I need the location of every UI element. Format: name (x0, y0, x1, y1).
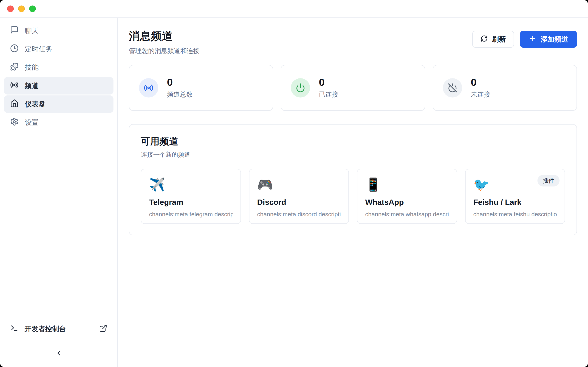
external-link-icon[interactable] (99, 324, 107, 334)
add-channel-button[interactable]: 添加频道 (520, 31, 577, 48)
channel-name: Feishu / Lark (473, 198, 557, 207)
add-channel-button-label: 添加频道 (541, 35, 568, 44)
sidebar-item-skills[interactable]: 技能 (4, 59, 113, 76)
channel-card-telegram[interactable]: ✈️ Telegram channels:meta.telegram.descr… (141, 169, 241, 224)
developer-console-label: 开发者控制台 (25, 324, 93, 334)
collapse-sidebar-button[interactable] (52, 347, 65, 360)
sidebar-item-label: 技能 (25, 63, 39, 72)
sidebar-item-chat[interactable]: 聊天 (4, 22, 113, 40)
sidebar-item-label: 定时任务 (25, 44, 52, 54)
channel-name: Discord (257, 198, 341, 207)
sidebar-item-scheduled-tasks[interactable]: 定时任务 (4, 40, 113, 58)
gear-icon (10, 117, 19, 127)
section-title: 可用频道 (141, 135, 565, 148)
stat-text: 0 频道总数 (167, 77, 193, 99)
stat-card-connected: 0 已连接 (281, 65, 425, 111)
power-off-icon (443, 78, 462, 98)
sidebar-item-label: 聊天 (25, 26, 39, 35)
stat-label: 未连接 (471, 90, 490, 99)
stat-value: 0 (167, 77, 193, 87)
page-header: 消息频道 管理您的消息频道和连接 刷新 添加频道 (129, 29, 577, 55)
available-channels-section: 可用频道 连接一个新的频道 ✈️ Telegram channels:meta.… (129, 124, 577, 235)
close-button[interactable] (7, 6, 14, 12)
section-subtitle: 连接一个新的频道 (141, 150, 565, 159)
broadcast-icon (10, 81, 19, 91)
puzzle-icon (10, 62, 19, 73)
terminal-icon (10, 324, 18, 334)
channel-description: channels:meta.feishu.description (473, 211, 557, 218)
app-body: 聊天 定时任务 技能 频道 (0, 18, 588, 367)
stat-text: 0 已连接 (319, 77, 338, 99)
stat-card-disconnected: 0 未连接 (433, 65, 577, 111)
main-content: 消息频道 管理您的消息频道和连接 刷新 添加频道 (118, 18, 588, 367)
zoom-button[interactable] (29, 6, 36, 12)
mobile-phone-emoji-icon: 📱 (365, 177, 449, 192)
channel-description: channels:meta.telegram.description (149, 211, 233, 218)
app-window: 聊天 定时任务 技能 频道 (0, 0, 588, 367)
page-subtitle: 管理您的消息频道和连接 (129, 47, 199, 55)
channel-card-feishu-lark[interactable]: 插件 🐦 Feishu / Lark channels:meta.feishu.… (465, 169, 565, 224)
refresh-icon (481, 35, 488, 44)
traffic-lights (7, 6, 36, 12)
page-header-text: 消息频道 管理您的消息频道和连接 (129, 29, 199, 55)
refresh-button[interactable]: 刷新 (472, 31, 514, 48)
channel-name: Telegram (149, 198, 233, 207)
channel-description: channels:meta.discord.description (257, 211, 341, 218)
channel-name: WhatsApp (365, 198, 449, 207)
sidebar-item-label: 仪表盘 (25, 100, 45, 109)
gamepad-emoji-icon: 🎮 (257, 177, 341, 192)
channel-card-whatsapp[interactable]: 📱 WhatsApp channels:meta.whatsapp.descri… (357, 169, 457, 224)
sidebar-item-channels[interactable]: 频道 (4, 77, 113, 94)
stat-value: 0 (471, 77, 490, 87)
clock-icon (10, 44, 19, 54)
sidebar-item-label: 设置 (25, 118, 39, 127)
channel-card-discord[interactable]: 🎮 Discord channels:meta.discord.descript… (249, 169, 349, 224)
developer-console-link[interactable]: 开发者控制台 (4, 322, 113, 336)
plugin-badge: 插件 (537, 175, 560, 186)
stat-text: 0 未连接 (471, 77, 490, 99)
home-icon (10, 99, 19, 109)
header-actions: 刷新 添加频道 (472, 31, 577, 48)
page-title: 消息频道 (129, 29, 199, 43)
sidebar-item-settings[interactable]: 设置 (4, 114, 113, 131)
channel-description: channels:meta.whatsapp.description (365, 211, 449, 218)
airplane-emoji-icon: ✈️ (149, 177, 233, 192)
power-icon (291, 78, 310, 98)
stats-row: 0 频道总数 0 已连接 (129, 65, 577, 111)
sidebar-item-dashboard[interactable]: 仪表盘 (4, 95, 113, 113)
sidebar-collapse-row (4, 347, 113, 360)
sidebar-spacer (4, 132, 113, 322)
stat-label: 已连接 (319, 90, 338, 99)
chat-bubble-icon (10, 26, 19, 36)
broadcast-icon (139, 78, 158, 98)
refresh-button-label: 刷新 (492, 35, 506, 44)
plus-icon (529, 35, 536, 44)
stat-label: 频道总数 (167, 90, 193, 99)
sidebar-item-label: 频道 (25, 81, 39, 91)
titlebar (0, 0, 588, 18)
chevron-left-icon (55, 350, 62, 358)
sidebar: 聊天 定时任务 技能 频道 (0, 18, 118, 367)
stat-card-total-channels: 0 频道总数 (129, 65, 273, 111)
channel-grid: ✈️ Telegram channels:meta.telegram.descr… (141, 169, 565, 224)
stat-value: 0 (319, 77, 338, 87)
minimize-button[interactable] (18, 6, 25, 12)
